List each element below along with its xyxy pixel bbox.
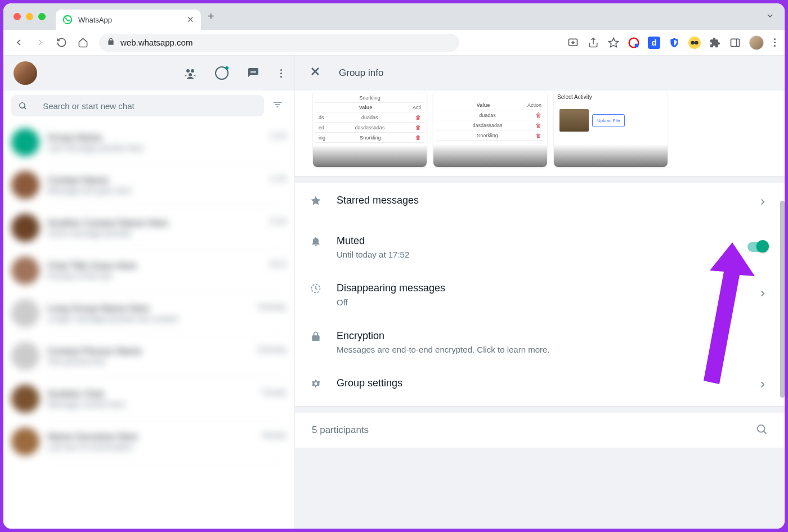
toolbar-icons: d — [567, 35, 778, 50]
encryption-row[interactable]: Encryption Messages are end-to-end encry… — [295, 318, 785, 366]
participants-block: 5 participants — [295, 413, 785, 448]
search-input[interactable] — [43, 101, 257, 111]
muted-row[interactable]: Muted Until today at 17:52 — [295, 223, 785, 270]
chat-list[interactable]: Group Name12:30Last message preview here… — [3, 121, 294, 529]
svg-point-9 — [186, 69, 190, 73]
browser-window: WhatsApp ✕ + web.whatsapp.com d — [3, 3, 785, 529]
encryption-sub: Messages are end-to-end encrypted. Click… — [337, 345, 768, 354]
media-thumb[interactable]: ValueAction duadas🗑 dasdassadas🗑 Snorkli… — [433, 91, 547, 167]
disappearing-sub: Off — [337, 297, 743, 307]
close-window-button[interactable] — [14, 13, 21, 20]
search-row — [3, 91, 294, 121]
address-bar: web.whatsapp.com d — [3, 30, 785, 56]
tab-overflow-button[interactable] — [762, 8, 778, 26]
chat-item[interactable]: Name Surname HereMondayLast text of conv… — [3, 420, 294, 463]
chat-item[interactable]: Chat Title Goes Here09:15Preview of the … — [3, 249, 294, 292]
lock-icon — [107, 38, 115, 47]
participants-count: 5 participants — [312, 425, 369, 436]
disappearing-row[interactable]: Disappearing messages Off — [295, 270, 785, 318]
extension-shield-icon[interactable] — [668, 37, 680, 49]
my-avatar[interactable] — [14, 61, 37, 85]
window-controls — [14, 13, 46, 20]
url-text: web.whatsapp.com — [120, 38, 192, 47]
browser-menu-button[interactable] — [772, 36, 778, 49]
chat-item[interactable]: Another Contact Name Here10:20Some messa… — [3, 206, 294, 249]
whatsapp-favicon — [62, 15, 73, 25]
extension-opera-icon[interactable] — [628, 37, 640, 49]
svg-rect-4 — [635, 43, 639, 47]
filter-icon[interactable] — [268, 96, 286, 116]
communities-icon[interactable] — [183, 66, 197, 80]
settings-block: Starred messages Muted Until today at 17… — [295, 183, 785, 406]
muted-sub: Until today at 17:52 — [337, 250, 733, 259]
search-participants-icon[interactable] — [755, 423, 768, 438]
extensions-menu-icon[interactable] — [709, 37, 721, 49]
chevron-right-icon — [758, 197, 768, 209]
profile-avatar-button[interactable] — [749, 35, 764, 50]
group-settings-row[interactable]: Group settings — [295, 366, 785, 406]
gear-icon — [310, 377, 322, 389]
svg-point-6 — [695, 40, 699, 44]
maximize-window-button[interactable] — [38, 13, 46, 20]
menu-icon[interactable] — [278, 67, 284, 80]
panel-body[interactable]: Snorkling ValueActi dsduadas🗑 eddasdassa… — [295, 91, 785, 529]
svg-point-5 — [691, 40, 695, 44]
close-panel-button[interactable] — [308, 65, 322, 82]
media-thumb[interactable]: Select Activity Upload File — [554, 91, 668, 167]
scrollbar[interactable] — [780, 201, 785, 398]
share-icon[interactable] — [587, 37, 599, 49]
starred-messages-row[interactable]: Starred messages — [295, 183, 785, 223]
chat-item[interactable]: Contact Name11:45Message text goes here — [3, 164, 294, 206]
chat-item[interactable]: Long Group Name HereYesterdayLonger mess… — [3, 292, 294, 335]
svg-point-12 — [20, 103, 25, 108]
panel-title: Group info — [339, 67, 383, 79]
mute-toggle[interactable] — [747, 242, 768, 252]
back-button[interactable] — [10, 34, 27, 51]
svg-marker-16 — [311, 196, 321, 205]
group-info-panel: Group info Snorkling ValueActi dsduadas🗑… — [295, 56, 785, 529]
svg-marker-2 — [609, 38, 619, 47]
disappearing-label: Disappearing messages — [337, 282, 743, 295]
new-tab-button[interactable]: + — [208, 10, 214, 23]
chat-list-panel: Group Name12:30Last message preview here… — [3, 56, 295, 529]
svg-point-10 — [191, 69, 194, 73]
reload-button[interactable] — [53, 34, 70, 51]
starred-label: Starred messages — [337, 194, 743, 207]
close-tab-button[interactable]: ✕ — [187, 15, 194, 25]
chat-item[interactable]: Contact Person NameYesterdayText preview… — [3, 335, 294, 377]
tab-bar: WhatsApp ✕ + — [3, 3, 785, 30]
whatsapp-app: Group Name12:30Last message preview here… — [3, 56, 785, 529]
search-icon — [18, 101, 27, 111]
url-field[interactable]: web.whatsapp.com — [99, 34, 459, 52]
chevron-right-icon — [758, 288, 768, 301]
group-settings-label: Group settings — [337, 377, 743, 390]
bell-icon — [310, 235, 322, 247]
svg-line-19 — [764, 431, 767, 434]
star-icon — [310, 194, 322, 206]
media-thumb[interactable]: Snorkling ValueActi dsduadas🗑 eddasdassa… — [313, 91, 427, 167]
chat-item[interactable]: Another ChatTuesdayMessage content here — [3, 377, 294, 420]
panel-header: Group info — [295, 56, 785, 91]
search-box[interactable] — [11, 95, 264, 116]
left-header — [3, 56, 294, 91]
media-thumbnails: Snorkling ValueActi dsduadas🗑 eddasdassa… — [295, 91, 785, 176]
extension-goggles-icon[interactable] — [688, 37, 701, 49]
status-icon[interactable] — [215, 66, 229, 80]
extension-d-icon[interactable]: d — [648, 37, 660, 49]
new-chat-icon[interactable] — [247, 66, 260, 80]
browser-tab[interactable]: WhatsApp ✕ — [56, 10, 201, 30]
muted-label: Muted — [337, 235, 733, 247]
minimize-window-button[interactable] — [26, 13, 33, 20]
sidepanel-icon[interactable] — [729, 37, 741, 49]
svg-point-11 — [189, 73, 192, 76]
home-button[interactable] — [74, 34, 91, 51]
chevron-right-icon — [758, 380, 768, 392]
lock-icon — [310, 330, 322, 342]
bookmark-icon[interactable] — [607, 37, 620, 49]
forward-button[interactable] — [32, 34, 48, 51]
svg-rect-7 — [731, 39, 740, 46]
install-app-icon[interactable] — [567, 37, 579, 49]
timer-icon — [310, 282, 322, 294]
chat-item[interactable]: Group Name12:30Last message preview here — [3, 121, 294, 164]
svg-line-13 — [24, 107, 26, 109]
